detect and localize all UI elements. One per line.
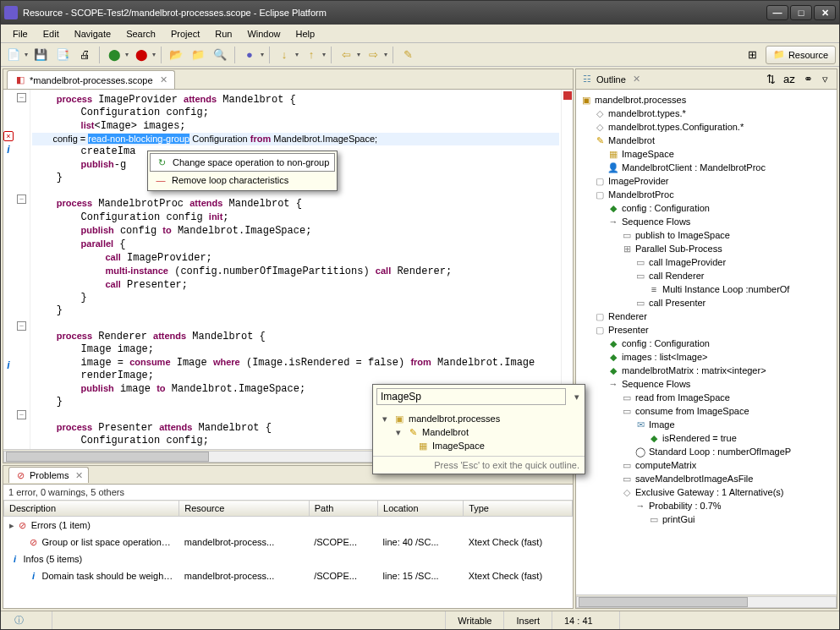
fold-toggle[interactable]: − bbox=[17, 93, 26, 102]
outline-hscrollbar[interactable] bbox=[576, 594, 837, 608]
fold-toggle[interactable]: − bbox=[17, 410, 26, 419]
perspective-resource[interactable]: 📁 Resource bbox=[766, 46, 836, 64]
tree-row[interactable]: →Sequence Flows bbox=[578, 215, 835, 228]
column-header[interactable]: Type bbox=[464, 501, 573, 517]
tree-row[interactable]: ▢ImageProvider bbox=[578, 174, 835, 188]
menu-navigate[interactable]: Navigate bbox=[68, 27, 118, 41]
dropdown-icon[interactable]: ▾ bbox=[25, 51, 28, 58]
new-button[interactable]: 📄 bbox=[4, 46, 23, 64]
info-marker-icon[interactable]: i bbox=[3, 359, 14, 370]
dropdown-icon[interactable]: ▾ bbox=[384, 51, 387, 58]
tree-row[interactable]: ▦ImageSpace bbox=[578, 147, 835, 161]
error-marker-icon[interactable]: × bbox=[3, 131, 14, 141]
table-row[interactable]: ▸ ⊘ Errors (1 item) bbox=[4, 517, 573, 534]
menu-project[interactable]: Project bbox=[164, 27, 206, 41]
tree-row[interactable]: ◆config : Configuration bbox=[578, 337, 835, 350]
tree-row[interactable]: ▭computeMatrix bbox=[578, 458, 835, 472]
close-button[interactable]: ✕ bbox=[814, 5, 836, 20]
next-annotation-button[interactable]: ↓ bbox=[275, 46, 294, 64]
save-button[interactable]: 💾 bbox=[31, 46, 50, 64]
tree-row[interactable]: ▭saveMandelbrotImageAsFile bbox=[578, 472, 835, 485]
tree-row[interactable]: →Probability : 0.7% bbox=[578, 499, 835, 512]
dropdown-icon[interactable]: ▾ bbox=[125, 51, 129, 58]
quick-outline-filter[interactable] bbox=[376, 388, 566, 405]
tree-row[interactable]: ▭call Presenter bbox=[578, 296, 835, 310]
dropdown-icon[interactable]: ▾ bbox=[322, 51, 326, 58]
tree-row[interactable]: ≡Multi Instance Loop :numberOf bbox=[578, 282, 835, 296]
error-overview-icon[interactable] bbox=[563, 91, 572, 100]
back-button[interactable]: ⇦ bbox=[337, 46, 355, 64]
tree-row[interactable]: ▭printGui bbox=[578, 512, 835, 526]
tree-row[interactable]: ◇Exclusive Gateway : 1 Alternative(s) bbox=[578, 485, 835, 499]
quick-access-icon[interactable]: ⓘ bbox=[13, 615, 25, 627]
folding-ruler[interactable]: − − − − bbox=[15, 90, 30, 449]
dropdown-icon[interactable]: ▾ bbox=[295, 51, 299, 58]
tree-row[interactable]: ◆isRendered = true bbox=[578, 431, 835, 445]
sort-alpha-button[interactable]: aᴢ bbox=[781, 72, 798, 87]
outline-tree[interactable]: ▣mandelbrot.processes◇mandelbrot.types.*… bbox=[576, 90, 837, 594]
dropdown-icon[interactable]: ▾ bbox=[152, 51, 156, 58]
annotation-ruler[interactable]: × i i bbox=[3, 90, 15, 449]
minimize-button[interactable]: — bbox=[766, 5, 788, 20]
sort-button[interactable]: ⇅ bbox=[762, 72, 779, 87]
save-all-button[interactable]: 📑 bbox=[53, 46, 72, 64]
tree-row[interactable]: ◇mandelbrot.types.Configuration.* bbox=[578, 120, 835, 134]
close-icon[interactable]: ✕ bbox=[633, 74, 640, 85]
prev-annotation-button[interactable]: ↑ bbox=[302, 46, 321, 64]
editor-tab[interactable]: ◧ *mandelbrot-processes.scope ✕ bbox=[7, 70, 175, 89]
quickfix-item[interactable]: ↻ Change space operation to non-group bbox=[150, 153, 335, 172]
menu-edit[interactable]: Edit bbox=[36, 27, 66, 41]
menu-search[interactable]: Search bbox=[119, 27, 162, 41]
debug-button[interactable]: ⬤ bbox=[105, 46, 124, 64]
close-icon[interactable]: ✕ bbox=[75, 470, 83, 481]
column-header[interactable]: Location bbox=[378, 501, 464, 517]
tree-row[interactable]: ✎Mandelbrot bbox=[578, 134, 835, 147]
column-header[interactable]: Resource bbox=[179, 501, 309, 517]
run-ext-button[interactable]: ⬤ bbox=[132, 46, 151, 64]
view-menu-button[interactable]: ▿ bbox=[818, 72, 832, 87]
menu-window[interactable]: Window bbox=[240, 27, 287, 41]
tree-row[interactable]: ◆images : list<Image> bbox=[578, 350, 835, 364]
forward-button[interactable]: ⇨ bbox=[364, 46, 382, 64]
tree-row[interactable]: ▭call Renderer bbox=[578, 269, 835, 282]
quick-outline-tree[interactable]: ▾ ▣ mandelbrot.processes ▾ ✎ Mandelbrot … bbox=[373, 408, 585, 456]
menu-run[interactable]: Run bbox=[208, 27, 239, 41]
open-task-button[interactable]: 📁 bbox=[189, 46, 207, 64]
open-type-button[interactable]: 📂 bbox=[167, 46, 185, 64]
table-row[interactable]: i Domain task should be weighted.mandelb… bbox=[4, 567, 573, 584]
tree-row[interactable]: ▭call ImageProvider bbox=[578, 255, 835, 269]
tree-row[interactable]: ✉Image bbox=[578, 418, 835, 431]
menu-help[interactable]: Help bbox=[289, 27, 322, 41]
tree-row[interactable]: ▢MandelbrotProc bbox=[578, 188, 835, 201]
tree-row[interactable]: ▦ ImageSpace bbox=[380, 439, 578, 452]
print-button[interactable]: 🖨 bbox=[75, 46, 94, 64]
maximize-button[interactable]: □ bbox=[790, 5, 812, 20]
quickfix-item[interactable]: — Remove loop characteristics bbox=[150, 172, 335, 189]
open-perspective-button[interactable]: ⊞ bbox=[744, 46, 762, 64]
tree-row[interactable]: ▭read from ImageSpace bbox=[578, 391, 835, 404]
tree-row[interactable]: ▭publish to ImageSpace bbox=[578, 228, 835, 242]
search-button[interactable]: 🔍 bbox=[211, 46, 229, 64]
table-row[interactable]: ⊘ Group or list space operations musmand… bbox=[4, 534, 573, 551]
tree-row[interactable]: ◯Standard Loop : numberOfImageP bbox=[578, 445, 835, 458]
tree-row[interactable]: →Sequence Flows bbox=[578, 377, 835, 391]
dropdown-icon[interactable]: ▾ bbox=[357, 51, 360, 58]
expand-icon[interactable]: ▾ bbox=[380, 414, 390, 425]
expand-icon[interactable]: ▸ bbox=[9, 520, 17, 530]
table-row[interactable]: i Infos (5 items) bbox=[4, 551, 573, 567]
globe-button[interactable]: ● bbox=[240, 46, 259, 64]
tree-row[interactable]: 👤MandelbrotClient : MandelbrotProc bbox=[578, 161, 835, 174]
dropdown-icon[interactable]: ▾ bbox=[261, 51, 264, 58]
menu-file[interactable]: File bbox=[6, 27, 35, 41]
tree-row[interactable]: ▣mandelbrot.processes bbox=[578, 93, 835, 107]
tree-row[interactable]: ◆mandelbrotMatrix : matrix<integer> bbox=[578, 364, 835, 377]
tree-row[interactable]: ◇mandelbrot.types.* bbox=[578, 107, 835, 120]
info-marker-icon[interactable]: i bbox=[3, 144, 14, 154]
brush-button[interactable]: ✎ bbox=[398, 46, 417, 64]
column-header[interactable]: Path bbox=[309, 501, 377, 517]
problems-table[interactable]: DescriptionResourcePathLocationType ▸ ⊘ … bbox=[3, 500, 573, 608]
problems-tab[interactable]: ⊘ Problems ✕ bbox=[8, 467, 89, 483]
fold-toggle[interactable]: − bbox=[17, 321, 26, 331]
dropdown-icon[interactable]: ▾ bbox=[569, 392, 585, 403]
tree-row[interactable]: ⊞Parallel Sub-Process bbox=[578, 242, 835, 255]
